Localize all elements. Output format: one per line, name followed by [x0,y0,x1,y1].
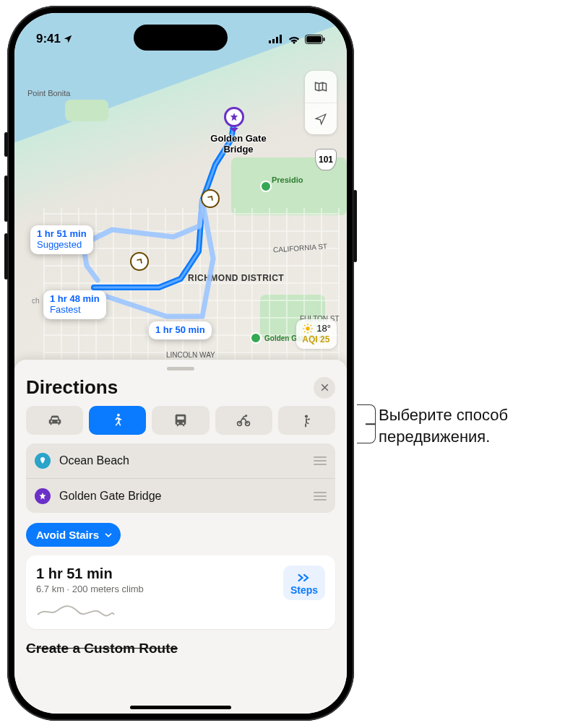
status-time: 9:41 [36,32,61,46]
phone-frame: 9:41 Point Bonita Presidio RICHMOND DIST… [7,6,354,721]
map-label: Point Bonita [27,89,70,98]
avoid-stairs-chip[interactable]: Avoid Stairs [26,523,121,547]
walk-icon [110,412,126,428]
weather-temp: 18° [316,323,331,334]
map-fold-icon [314,79,328,94]
mode-transit[interactable] [152,406,209,435]
route-callout-suggested[interactable]: 1 hr 51 min Suggested [30,225,93,254]
map-label: Presidio [272,176,303,184]
reorder-handle-icon[interactable] [314,456,327,465]
svg-point-16 [117,414,120,417]
weather-badge[interactable]: 18° AQI 25 [296,319,337,349]
close-button[interactable] [314,377,335,399]
home-indicator[interactable] [130,706,231,709]
mode-drive[interactable] [26,406,83,435]
sheet-title: Directions [26,376,118,399]
turn-marker-icon [130,252,149,271]
map-label: ch [32,297,40,305]
svg-line-15 [311,325,311,326]
svg-rect-2 [276,37,278,43]
screen: 9:41 Point Bonita Presidio RICHMOND DIST… [14,13,347,714]
route-card[interactable]: 1 hr 51 min 6.7 km · 200 meters climb St… [26,555,335,629]
end-pin-icon [35,488,51,504]
svg-point-19 [245,415,247,417]
reorder-handle-icon[interactable] [314,492,327,500]
svg-point-7 [306,326,310,330]
destination-pin-icon[interactable] [224,107,244,127]
location-button[interactable] [305,103,337,134]
close-icon [320,383,329,392]
sun-icon [302,323,314,334]
svg-line-13 [311,331,311,332]
side-button [353,190,357,262]
waypoint-label: Ocean Beach [59,454,305,467]
directions-sheet[interactable]: Directions [14,360,347,714]
side-button [4,132,8,157]
wifi-icon [288,35,301,44]
turn-marker-icon [201,189,220,208]
double-chevron-right-icon [297,573,311,583]
waypoint-start[interactable]: Ocean Beach [26,443,335,478]
map-label: RICHMOND DISTRICT [188,273,284,283]
route-time: 1 hr 51 min [36,566,276,582]
car-icon [47,412,63,428]
chevron-down-icon [103,530,113,540]
route-subtitle: 6.7 km · 200 meters climb [36,584,276,594]
waypoints-list: Ocean Beach Golden Gate Bridge [26,443,335,513]
svg-line-14 [304,331,305,332]
elevation-sparkline-icon [36,600,116,619]
transport-mode-row [26,406,335,435]
svg-rect-0 [269,40,271,43]
destination-label: Golden Gate Bridge [204,133,273,155]
bike-icon [236,412,251,428]
park-pin-icon [250,332,262,344]
dynamic-island [134,25,228,51]
sheet-grip[interactable] [167,367,194,370]
route-callout-alt[interactable]: 1 hr 50 min [149,321,212,339]
navigation-arrow-icon [314,113,327,126]
svg-rect-5 [306,36,322,43]
rideshare-icon [298,412,314,428]
start-pin-icon [35,453,51,469]
park-pin-icon [260,181,272,192]
mode-cycle[interactable] [215,406,272,435]
map-view[interactable]: Point Bonita Presidio RICHMOND DISTRICT … [14,13,347,370]
map-park [65,100,108,121]
transit-icon [173,412,189,428]
svg-rect-3 [280,35,282,43]
annotation-bracket [357,404,376,443]
create-custom-route[interactable]: Create a Custom Route [26,641,335,656]
route-callout-fastest[interactable]: 1 hr 48 min Fastest [43,290,106,319]
svg-line-12 [304,325,305,326]
waypoint-label: Golden Gate Bridge [59,490,305,503]
svg-rect-6 [324,38,325,41]
map-label: LINCOLN WAY [166,351,215,359]
route-shield-101: 101 [315,149,337,170]
side-button [4,176,8,222]
steps-button[interactable]: Steps [283,566,325,600]
location-arrow-icon [63,34,73,44]
cellular-icon [269,35,283,43]
mode-rideshare[interactable] [278,406,335,435]
map-mode-button[interactable] [305,71,337,103]
side-button [4,233,8,280]
svg-point-20 [305,415,308,417]
annotation-text: Выберите способ передвижения. [379,404,508,447]
waypoint-end[interactable]: Golden Gate Bridge [26,478,335,513]
svg-rect-1 [272,39,275,43]
battery-icon [305,35,325,44]
map-controls [305,71,337,134]
weather-aqi: AQI 25 [302,334,331,345]
mode-walk[interactable] [89,406,146,435]
